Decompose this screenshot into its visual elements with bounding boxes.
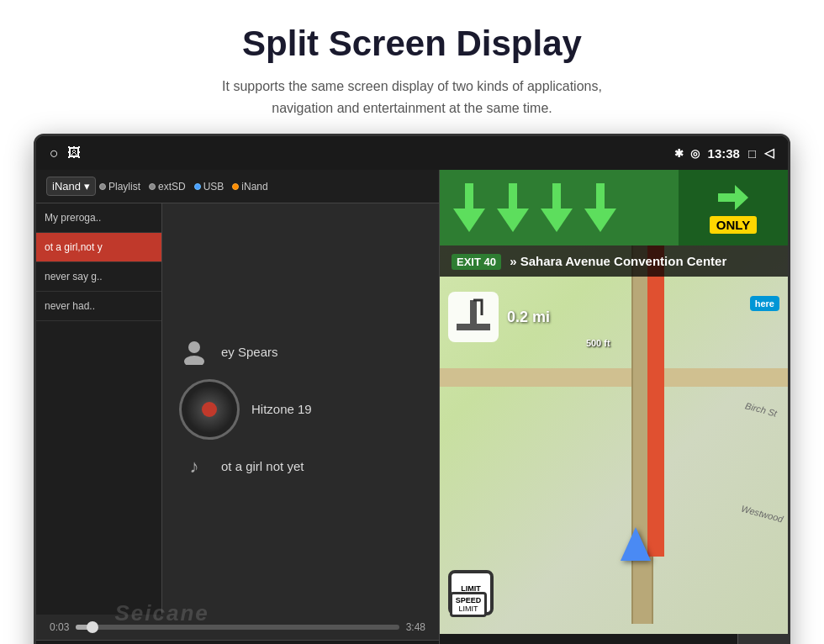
album-art	[179, 379, 240, 440]
circle-icon: ○	[50, 145, 59, 162]
direction-arrows	[440, 178, 679, 237]
album-row: Hitzone 19	[179, 379, 422, 440]
only-lane-banner: ONLY	[679, 170, 788, 245]
here-logo: here	[750, 296, 779, 311]
source-usb[interactable]: USB	[194, 181, 224, 193]
music-body: My preroga.. ot a girl,not y never say g…	[36, 203, 439, 615]
music-panel: iNand ▾ Playlist extSD USB	[36, 170, 440, 644]
page-title: Split Screen Display	[17, 24, 807, 64]
svg-marker-11	[735, 185, 748, 210]
playlist-item-3[interactable]: never say g..	[36, 262, 161, 292]
progress-section: Seicane 0:03 3:48	[36, 615, 439, 640]
playlist-sidebar: My preroga.. ot a girl,not y never say g…	[36, 203, 162, 615]
playlist-item-1[interactable]: My preroga..	[36, 203, 161, 233]
nav-arrow	[621, 527, 651, 561]
speed-limit-sign: SPEED LIMIT	[450, 592, 487, 617]
time-total: 3:48	[406, 621, 425, 633]
exit-arrow: »	[510, 254, 520, 268]
progress-bar-container: 0:03 3:48	[50, 621, 425, 633]
progress-area: 0:03 3:48	[36, 615, 439, 640]
track-album: Hitzone 19	[251, 402, 312, 416]
status-left-icons: ○ 🖼	[50, 145, 81, 162]
arrow-down-1	[448, 178, 490, 237]
playlist-item-2[interactable]: ot a girl,not y	[36, 233, 161, 262]
playlist-dot	[99, 183, 106, 190]
source-options: Playlist extSD USB iNand	[99, 181, 268, 193]
playlist-item-4[interactable]: never had..	[36, 292, 161, 321]
song-row: ♪ ot a girl not yet	[179, 451, 422, 482]
dropdown-icon: ▾	[84, 180, 90, 193]
progress-bar[interactable]	[76, 625, 399, 630]
svg-marker-7	[541, 209, 573, 232]
page-subtitle: It supports the same screen display of t…	[17, 76, 807, 119]
nav-panel: Birch St Westwood here LIMIT 1	[440, 170, 788, 644]
exit-badge: EXIT 40	[452, 254, 501, 270]
source-selector[interactable]: iNand ▾	[46, 177, 96, 196]
svg-marker-5	[497, 209, 529, 232]
source-label: iNand	[52, 180, 81, 193]
source-extsd[interactable]: extSD	[149, 181, 186, 193]
main-content: iNand ▾ Playlist extSD USB	[36, 170, 788, 644]
artist-row: ey Spears	[179, 337, 422, 367]
extsd-dot	[149, 183, 156, 190]
time-elapsed: 0:03	[50, 621, 69, 633]
nav-close-button[interactable]: ✕	[737, 634, 788, 644]
image-icon: 🖼	[67, 145, 81, 161]
destination-text: Sahara Avenue Convention Center	[520, 254, 727, 268]
source-playlist[interactable]: Playlist	[99, 181, 140, 193]
usb-label: USB	[203, 181, 224, 193]
device-frame: ○ 🖼 ✱ ◎ 13:38 □ ◁ iNand ▾	[34, 134, 790, 644]
track-artist: ey Spears	[221, 345, 278, 359]
location-icon: ◎	[690, 147, 700, 160]
playlist-label: Playlist	[108, 181, 140, 193]
svg-rect-13	[457, 324, 490, 330]
directions-banner: ONLY	[440, 170, 788, 245]
window-icon: □	[748, 146, 756, 161]
inand-label: iNand	[241, 181, 267, 193]
now-playing-area: ey Spears Hitzone 19 ♪ ot a girl not yet	[162, 203, 439, 615]
progress-thumb[interactable]	[87, 621, 98, 633]
controls-bar: ⌂ ↺ ⏮ ⏸ ⏭ EQ ↩	[36, 640, 439, 644]
westwood-road-label: Westwood	[740, 504, 784, 525]
track-title: ot a girl not yet	[221, 459, 304, 473]
svg-rect-12	[470, 300, 477, 324]
exit-info-bar: EXIT 40 » Sahara Avenue Convention Cente…	[440, 245, 788, 277]
person-icon	[179, 337, 209, 367]
svg-point-1	[184, 356, 204, 365]
nav-map: Birch St Westwood here LIMIT 1	[440, 170, 788, 644]
only-badge: ONLY	[710, 216, 757, 234]
page-header: Split Screen Display It supports the sam…	[0, 0, 824, 134]
track-info: ey Spears Hitzone 19 ♪ ot a girl not yet	[179, 337, 422, 482]
arrow-down-2	[492, 178, 534, 237]
birch-road-label: Birch St	[745, 400, 779, 419]
music-top-bar: iNand ▾ Playlist extSD USB	[36, 170, 439, 203]
turn-instruction: 0.2 mi	[448, 292, 550, 342]
extsd-label: extSD	[158, 181, 186, 193]
bluetooth-icon: ✱	[674, 147, 684, 160]
usb-dot	[194, 183, 201, 190]
road-horizontal	[440, 368, 788, 387]
speed-limit-label: LIMIT	[461, 584, 481, 593]
turn-icon-box	[448, 292, 499, 342]
music-note-icon: ♪	[179, 451, 209, 482]
inand-dot	[232, 183, 239, 190]
status-bar: ○ 🖼 ✱ ◎ 13:38 □ ◁	[36, 136, 788, 170]
map-background: Birch St Westwood here LIMIT 1	[440, 170, 788, 644]
arrow-down-3	[536, 178, 578, 237]
status-time: 13:38	[708, 146, 740, 161]
arrow-down-4	[579, 178, 621, 237]
nav-bottom-bar: 🏁 4:21am 🕐 0:03 🏁 1.6 mi ✕	[440, 634, 788, 644]
source-inand[interactable]: iNand	[232, 181, 267, 193]
svg-point-0	[188, 341, 200, 353]
svg-marker-9	[584, 209, 616, 232]
distance-to-turn: 0.2 mi	[507, 309, 550, 326]
distance-ft-label: 500 ft	[586, 338, 610, 348]
back-icon: ◁	[764, 145, 774, 161]
status-right-icons: ✱ ◎ 13:38 □ ◁	[674, 145, 774, 161]
svg-marker-3	[453, 209, 485, 232]
